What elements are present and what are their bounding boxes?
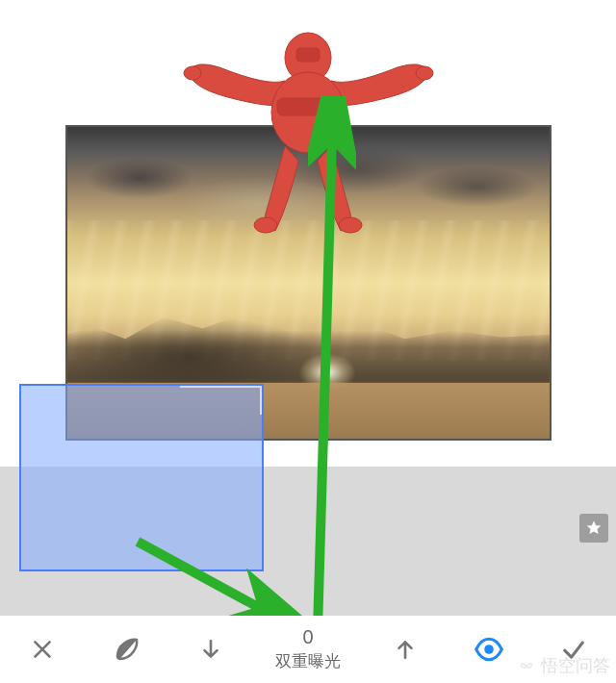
style-button[interactable]	[85, 616, 169, 683]
arrow-up-icon	[393, 637, 418, 662]
infinity-icon	[516, 655, 537, 676]
eye-icon	[474, 634, 504, 665]
svg-point-7	[416, 66, 433, 80]
slider-value: 0	[302, 626, 313, 648]
favorite-badge[interactable]	[579, 514, 608, 543]
move-up-button[interactable]	[363, 616, 448, 683]
svg-line-9	[318, 106, 333, 630]
cancel-button[interactable]	[0, 616, 85, 683]
tool-value-display[interactable]: 0 双重曝光	[253, 626, 363, 672]
watermark-text: 悟空问答	[541, 654, 610, 677]
svg-line-11	[138, 542, 292, 625]
arrow-down-icon	[198, 637, 223, 662]
move-down-button[interactable]	[168, 616, 253, 683]
close-icon	[30, 637, 55, 662]
svg-point-12	[485, 645, 495, 654]
watermark: 悟空问答	[516, 654, 610, 677]
svg-rect-1	[296, 48, 320, 62]
leaf-contrast-icon	[113, 635, 141, 664]
selection-handle[interactable]	[180, 386, 262, 415]
editor-canvas[interactable]	[0, 0, 616, 616]
svg-point-6	[184, 66, 201, 80]
svg-point-4	[254, 217, 277, 233]
star-icon	[585, 519, 603, 537]
annotation-arrow-up	[308, 96, 356, 635]
tool-label: 双重曝光	[275, 650, 341, 672]
